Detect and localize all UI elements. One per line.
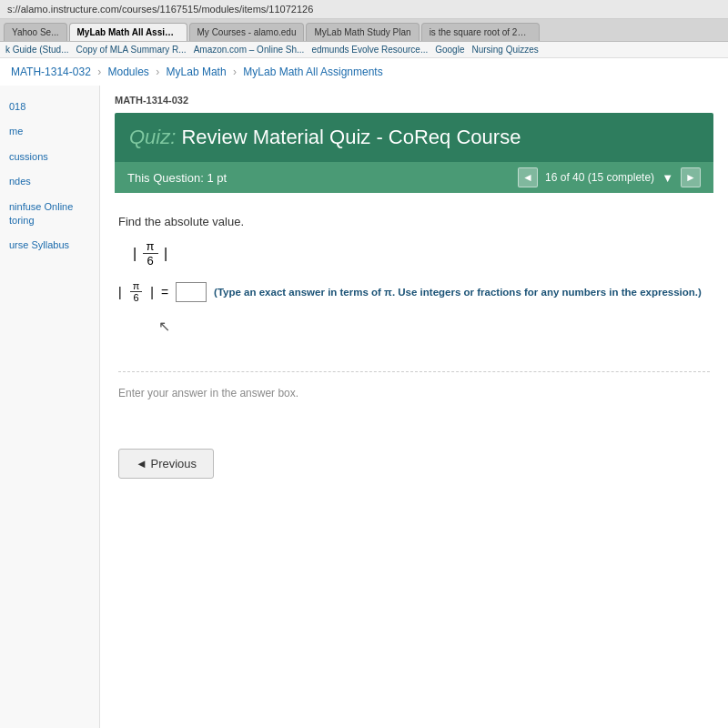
next-question-arrow[interactable]: ►	[681, 167, 701, 187]
quiz-area: MATH-1314-032 Quiz: Review Material Quiz…	[100, 86, 728, 728]
breadcrumb-modules[interactable]: Modules	[108, 66, 149, 78]
sidebar-item-018[interactable]: 018	[0, 95, 99, 119]
abs-bar-right-small: |	[150, 285, 154, 299]
quiz-title-text: Review Material Quiz - CoReq Course	[181, 126, 521, 148]
abs-bar-left: |	[133, 246, 136, 261]
tab-yahoo[interactable]: Yahoo Se...	[4, 23, 67, 41]
question-pts-label: This Question:	[127, 171, 204, 185]
tab-google[interactable]: is the square root of 23 a...	[421, 23, 540, 41]
prev-question-arrow[interactable]: ◄	[518, 167, 538, 187]
fraction-display: π 6	[143, 239, 158, 268]
answer-box-prompt: Enter your answer in the answer box.	[118, 371, 710, 399]
cursor-area: ↖	[151, 318, 710, 335]
question-nav: ◄ 16 of 40 (15 complete) ▼ ►	[518, 167, 701, 187]
course-label: MATH-1314-032	[115, 95, 713, 106]
question-pts-value: 1 pt	[207, 171, 227, 185]
answer-hint: (Type an exact answer in terms of π. Use…	[214, 287, 702, 298]
abs-bar-right: |	[164, 246, 167, 261]
bookmark-amazon[interactable]: Amazon.com – Online Sh...	[194, 45, 305, 55]
fraction-container: | π 6 |	[133, 239, 695, 268]
quiz-title: Quiz: Review Material Quiz - CoReq Cours…	[129, 126, 699, 149]
breadcrumb: MATH-1314-032 › Modules › MyLab Math › M…	[0, 58, 728, 86]
tab-mylab-assignments[interactable]: MyLab Math All Assignments	[69, 23, 187, 41]
previous-button-container: ◄ Previous	[118, 421, 710, 479]
quiz-label: Quiz:	[129, 126, 181, 148]
bookmark-guide[interactable]: k Guide (Stud...	[5, 45, 68, 55]
breadcrumb-mylab[interactable]: MyLab Math	[167, 66, 227, 78]
question-pts: This Question: 1 pt	[127, 171, 227, 185]
bookmark-mla[interactable]: Copy of MLA Summary R...	[76, 45, 186, 55]
dropdown-arrow[interactable]: ▼	[662, 171, 673, 185]
address-bar[interactable]: s://alamo.instructure.com/courses/116751…	[0, 0, 728, 19]
browser-window: s://alamo.instructure.com/courses/116751…	[0, 0, 728, 728]
equals-sign: =	[161, 285, 168, 299]
cursor-icon: ↖	[158, 318, 170, 334]
bookmarks-bar: k Guide (Stud... Copy of MLA Summary R..…	[0, 42, 728, 58]
bookmark-nursing[interactable]: Nursing Quizzes	[471, 45, 538, 55]
previous-button[interactable]: ◄ Previous	[118, 449, 214, 479]
abs-bar-left-small: |	[118, 285, 122, 299]
breadcrumb-assignments[interactable]: MyLab Math All Assignments	[243, 66, 382, 78]
answer-input[interactable]	[176, 282, 207, 302]
fraction-denominator: 6	[143, 254, 157, 268]
tab-my-courses[interactable]: My Courses - alamo.edu	[189, 23, 305, 41]
quiz-header: Quiz: Review Material Quiz - CoReq Cours…	[115, 113, 713, 162]
breadcrumb-course[interactable]: MATH-1314-032	[11, 66, 91, 78]
fraction-numerator: π	[143, 239, 158, 254]
answer-row: | π 6 | = (Type an exact answer in terms…	[118, 280, 710, 303]
sidebar-item-me[interactable]: me	[0, 119, 99, 144]
question-body: Find the absolute value. | π 6 | |	[115, 207, 713, 486]
sidebar-item-infuse[interactable]: ninfuse Online toring	[0, 195, 99, 234]
bookmark-edmunds[interactable]: edmunds Evolve Resource...	[311, 45, 428, 55]
tab-mylab-study[interactable]: MyLab Math Study Plan	[306, 23, 419, 41]
page-content: MATH-1314-032 › Modules › MyLab Math › M…	[0, 58, 728, 728]
small-fraction-den: 6	[130, 292, 141, 303]
main-layout: 018 me cussions ndes ninfuse Online tori…	[0, 86, 728, 728]
tabs-bar: Yahoo Se... MyLab Math All Assignments M…	[0, 19, 728, 42]
question-instruction: Find the absolute value.	[118, 215, 710, 228]
question-bar: This Question: 1 pt ◄ 16 of 40 (15 compl…	[115, 162, 713, 193]
sidebar-item-ndes[interactable]: ndes	[0, 169, 99, 194]
question-counter: 16 of 40 (15 complete)	[545, 171, 654, 184]
address-text: s://alamo.instructure.com/courses/116751…	[7, 4, 313, 15]
sidebar: 018 me cussions ndes ninfuse Online tori…	[0, 86, 100, 728]
small-fraction-num: π	[130, 280, 143, 292]
bookmark-google[interactable]: Google	[435, 45, 464, 55]
small-fraction: π 6	[130, 280, 143, 303]
sidebar-item-cussions[interactable]: cussions	[0, 145, 99, 169]
sidebar-item-syllabus[interactable]: urse Syllabus	[0, 233, 99, 258]
